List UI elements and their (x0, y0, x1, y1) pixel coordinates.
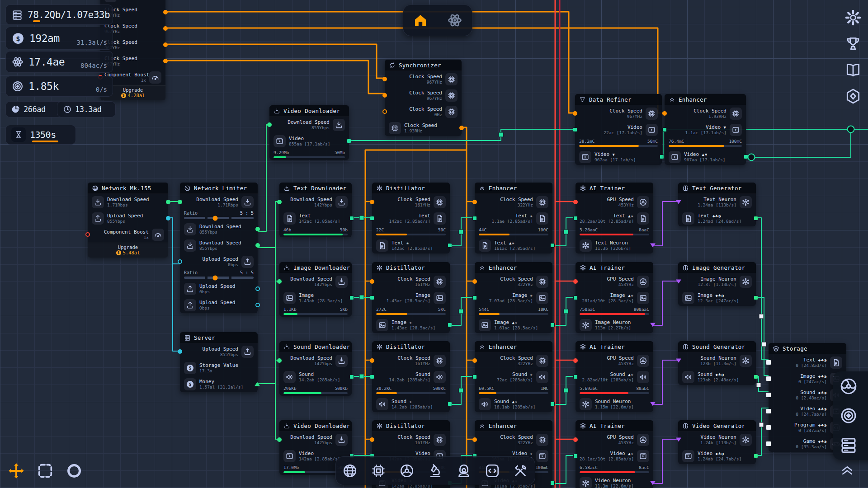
node-header[interactable]: Enhancer (475, 420, 552, 432)
output-port-cyan[interactable] (255, 286, 260, 291)
input-port-purple[interactable] (676, 438, 681, 442)
node-header[interactable]: Image Downloader (279, 262, 352, 273)
input-port-red[interactable] (573, 200, 578, 204)
input-port-teal[interactable] (662, 127, 667, 132)
collapse-button[interactable] (839, 462, 855, 478)
node-distillator-image[interactable]: DistillatorClock Speed161YHzImage1.43ac … (372, 262, 450, 333)
node-header[interactable]: Video Generator (678, 420, 756, 432)
code-toolbar-button[interactable] (484, 463, 500, 479)
node-server[interactable]: ServerUpload Speed855Ybps$Storage Value1… (180, 332, 258, 392)
hud-pie-pill[interactable]: 266ad (5, 101, 65, 117)
node-ai-trainer-text[interactable]: AI TrainerGPU Speed453YHzText ▲✳28.2ae/1… (576, 183, 653, 253)
input-port-orange[interactable] (370, 200, 374, 204)
circleBtn-tool-button[interactable] (65, 462, 83, 480)
input-port-teal[interactable] (573, 296, 578, 300)
input-port-red[interactable] (85, 232, 90, 237)
output-port-teal[interactable] (550, 243, 555, 248)
output-port-orange[interactable] (163, 26, 168, 31)
input-port-cyan[interactable] (178, 259, 182, 264)
hud-scope-pill[interactable]: 1.85k 0/s (5, 76, 113, 97)
node-text-generator[interactable]: Text GeneratorText Neuron1.24aa [113b/s]… (678, 183, 756, 226)
output-port-orange[interactable] (459, 126, 464, 130)
node-data-refiner[interactable]: Data RefinerClock Speed967YHzVideo22ac [… (575, 94, 662, 165)
input-port-orange[interactable] (472, 437, 477, 442)
node-sound-downloader[interactable]: Sound DownloaderDownload Speed142YbpsSou… (279, 341, 352, 396)
node-header[interactable]: Enhancer (665, 94, 746, 105)
input-port-orange[interactable] (472, 279, 477, 284)
globe-toolbar-button[interactable] (342, 463, 358, 479)
node-header[interactable]: Data Refiner (575, 94, 662, 105)
output-port-teal[interactable] (448, 243, 452, 248)
output-port-teal[interactable] (347, 139, 351, 143)
input-port-green[interactable] (178, 200, 182, 204)
input-port-orange[interactable] (472, 200, 477, 204)
input-port-green[interactable] (277, 279, 282, 284)
input-port-teal[interactable] (573, 454, 578, 458)
input-port-white[interactable] (766, 441, 771, 446)
node-synchronizer[interactable]: SynchronizerClock Speed967YHzClock Speed… (385, 60, 462, 136)
output-port-cyan[interactable] (255, 303, 260, 307)
node-header[interactable]: Sound Generator (678, 341, 756, 352)
node-header[interactable]: Enhancer (475, 262, 552, 273)
atom-button[interactable] (447, 12, 463, 28)
output-port-teal[interactable] (349, 216, 354, 221)
hud-storage-pill[interactable]: 78.2Qb/1.07e33b (5, 5, 113, 25)
output-port-teal[interactable] (550, 402, 555, 406)
node-header[interactable]: AI Trainer (576, 183, 653, 194)
node-enhancer-text[interactable]: EnhancerClock Speed322YHzText ✳1.1ae [2.… (475, 183, 552, 253)
input-port-white[interactable] (766, 360, 771, 365)
input-port-teal[interactable] (472, 216, 477, 221)
node-header[interactable]: Enhancer (475, 183, 552, 194)
node-header[interactable]: Distillator (372, 341, 450, 352)
node-header[interactable]: Server (180, 332, 258, 343)
input-port-orange[interactable] (662, 111, 667, 116)
microscope-toolbar-button[interactable] (427, 463, 443, 479)
input-port-teal[interactable] (573, 127, 577, 132)
output-port-green[interactable] (754, 296, 758, 300)
input-port-purple[interactable] (676, 200, 681, 204)
chevrons-button[interactable] (839, 462, 855, 478)
gear-button[interactable] (844, 9, 862, 26)
node-network-limiter[interactable]: Network LimiterDownload Speed1.71RbpsRat… (180, 183, 258, 313)
output-port-purple[interactable] (650, 402, 656, 406)
output-port-orange[interactable] (163, 42, 168, 47)
trophy-button[interactable] (844, 35, 862, 52)
node-header[interactable]: Text Downloader (279, 183, 352, 194)
node-ai-trainer-sound[interactable]: AI TrainerGPU Speed453YHzSound ▲✳2.82ad/… (576, 341, 653, 412)
output-port-teal[interactable] (448, 323, 452, 327)
input-port-orange[interactable] (472, 358, 477, 363)
hud-science-pill[interactable]: 17.4ae 804ac/s (5, 51, 113, 73)
output-port-green[interactable] (754, 375, 758, 379)
input-port-green[interactable] (267, 122, 272, 127)
input-port-teal[interactable] (573, 216, 578, 221)
input-port-purple[interactable] (676, 280, 681, 284)
output-port-green[interactable] (255, 227, 260, 231)
ratio-slider-knob[interactable] (213, 216, 218, 221)
node-sound-generator[interactable]: Sound GeneratorSound Neuron123b [11.3m/s… (678, 341, 756, 385)
output-port-teal[interactable] (744, 155, 748, 159)
home-button[interactable] (412, 12, 429, 28)
book-button[interactable] (844, 61, 862, 79)
input-port-orange[interactable] (370, 279, 374, 284)
input-port-orange[interactable] (382, 93, 387, 98)
node-header[interactable]: Network Mk.155 (88, 183, 168, 194)
input-port-red[interactable] (573, 358, 578, 363)
move-tool-button[interactable] (7, 462, 25, 480)
output-port-cyan[interactable] (166, 216, 170, 221)
input-port-white[interactable] (766, 409, 771, 413)
output-port-teal[interactable] (448, 402, 452, 406)
node-enhancer-sound[interactable]: EnhancerClock Speed322YHzSound ✳72ac [28… (475, 341, 552, 412)
input-port-red[interactable] (573, 279, 578, 284)
output-port-teal[interactable] (550, 481, 555, 485)
input-port-teal[interactable] (472, 296, 477, 300)
output-port-green[interactable] (754, 216, 758, 221)
output-port-purple[interactable] (650, 481, 656, 485)
node-video-generator[interactable]: Video GeneratorVideo Neuron1.24b [113b/s… (678, 420, 756, 464)
output-port-teal[interactable] (550, 323, 555, 327)
output-port-teal[interactable] (349, 296, 354, 300)
input-port-white[interactable] (766, 393, 771, 397)
node-header[interactable]: Video Downloader (279, 420, 352, 432)
node-header[interactable]: Synchronizer (385, 60, 462, 71)
node-header[interactable]: Text Generator (678, 183, 756, 194)
input-port-purple[interactable] (676, 359, 681, 363)
